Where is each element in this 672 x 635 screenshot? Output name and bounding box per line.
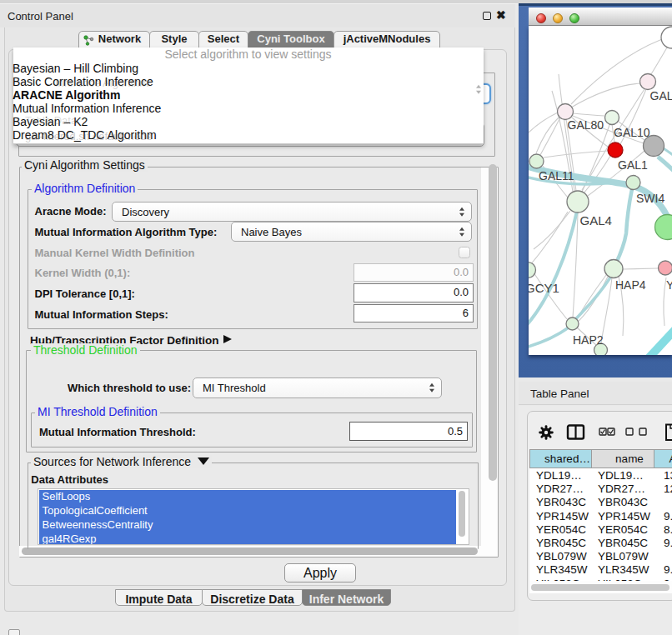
svg-text:GAL11: GAL11	[539, 169, 574, 182]
svg-text:GCY1: GCY1	[529, 281, 559, 295]
svg-text:GAL10: GAL10	[614, 126, 650, 139]
svg-text:SWI4: SWI4	[636, 192, 664, 205]
svg-text:HAP2: HAP2	[573, 333, 604, 347]
svg-text:GAL80: GAL80	[568, 118, 604, 132]
svg-text:GAL4: GAL4	[580, 213, 612, 228]
svg-text:Y: Y	[666, 278, 672, 292]
svg-text:GAL1: GAL1	[618, 158, 648, 172]
svg-text:GAL: GAL	[650, 89, 672, 102]
svg-text:HAP4: HAP4	[615, 278, 646, 292]
